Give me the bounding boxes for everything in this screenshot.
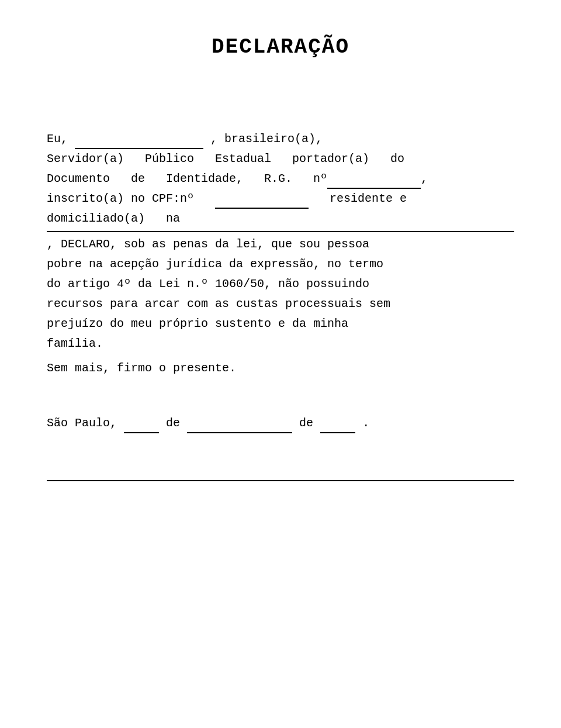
paragraph-1: Eu, , brasileiro(a), Servidor(a) Público… — [47, 129, 514, 229]
cpf-field[interactable] — [215, 196, 309, 209]
paragraph-2: , DECLARO, sob as penas da lei, que sou … — [47, 234, 514, 354]
day-field[interactable] — [124, 420, 159, 433]
location-city: São Paulo, — [47, 416, 117, 430]
month-field[interactable] — [187, 420, 292, 433]
document-page: DECLARAÇÃO Eu, , brasileiro(a), Servidor… — [47, 35, 514, 693]
location-de2: de — [299, 416, 313, 430]
location-de1: de — [166, 416, 180, 430]
signature-field[interactable] — [47, 480, 514, 481]
p1-eu: Eu, — [47, 132, 68, 146]
document-body: Eu, , brasileiro(a), Servidor(a) Público… — [47, 129, 514, 481]
p2-text: , DECLARO, sob as penas da lei, que sou … — [47, 237, 390, 350]
paragraph-3: Sem mais, firmo o presente. — [47, 358, 514, 378]
name-field[interactable] — [75, 136, 203, 149]
document-title: DECLARAÇÃO — [212, 35, 349, 59]
p3-text: Sem mais, firmo o presente. — [47, 361, 236, 375]
location-section: São Paulo, de de . — [47, 413, 514, 433]
address-line[interactable] — [47, 231, 514, 232]
year-field[interactable] — [320, 420, 355, 433]
location-period: . — [362, 416, 369, 430]
rg-field[interactable] — [327, 176, 421, 189]
